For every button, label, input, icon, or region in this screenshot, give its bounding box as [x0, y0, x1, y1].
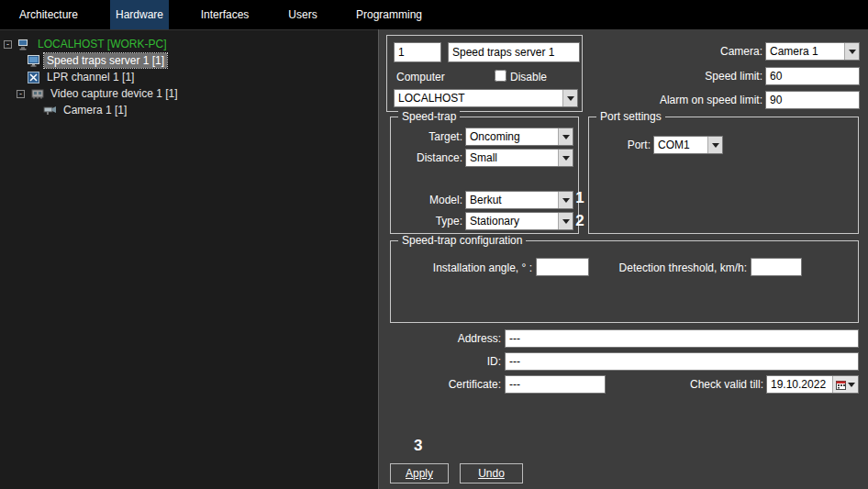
tab-bar: Architecture Hardware Interfaces Users P…	[0, 0, 868, 29]
annotation-marker-3: 3	[414, 437, 422, 455]
tree-row: LPR channel 1 [1]	[26, 69, 137, 85]
speed-trap-configuration-title: Speed-trap configuration	[398, 234, 526, 247]
check-valid-till-label: Check valid till:	[626, 378, 763, 391]
address-input[interactable]	[505, 329, 859, 348]
camera-select[interactable]: Camera 1	[765, 42, 860, 61]
address-label: Address:	[379, 332, 501, 345]
annotation-marker-1: 1	[573, 189, 586, 207]
type-label: Type:	[391, 215, 462, 228]
computer-label: Computer	[396, 71, 445, 83]
speed-trap-group-title: Speed-trap	[398, 110, 460, 123]
app-window: Architecture Hardware Interfaces Users P…	[0, 0, 868, 489]
tab-users[interactable]: Users	[280, 0, 326, 29]
target-label: Target:	[391, 130, 462, 143]
tree-item-camera[interactable]: Camera 1 [1]	[61, 103, 129, 117]
dropdown-arrow-icon	[558, 213, 573, 229]
device-tree: - LOCALHOST [WORK-PC] Speed traps server…	[0, 29, 378, 489]
port-settings-group-title: Port settings	[596, 110, 665, 123]
computer-select-value: LOCALHOST	[395, 90, 562, 106]
detection-threshold-input[interactable]	[751, 258, 802, 276]
check-valid-till-datepicker[interactable]: 19.10.2022	[766, 375, 859, 394]
tree-row: - Video capture device 1 [1]	[17, 85, 181, 102]
calendar-icon	[836, 380, 846, 390]
camera-icon	[42, 104, 58, 117]
port-settings-group: Port settings Port: COM1	[588, 117, 859, 234]
computer-icon	[17, 38, 32, 50]
apply-button[interactable]: Apply	[390, 463, 449, 483]
check-valid-till-value: 19.10.2022	[767, 376, 832, 393]
camera-label: Camera:	[625, 45, 762, 58]
calendar-button[interactable]	[832, 376, 858, 393]
target-select-value: Oncoming	[466, 128, 558, 145]
tree-row: Camera 1 [1]	[42, 102, 129, 118]
tree-row: - LOCALHOST [WORK-PC]	[4, 36, 169, 52]
dropdown-arrow-icon	[707, 137, 722, 153]
tab-hardware[interactable]: Hardware	[110, 0, 169, 29]
model-select-value: Berkut	[466, 192, 558, 208]
collapse-icon[interactable]: -	[17, 90, 25, 98]
tree-item-lpr-channel[interactable]: LPR channel 1 [1]	[44, 70, 137, 84]
computer-select[interactable]: LOCALHOST	[394, 89, 578, 107]
object-id-input[interactable]	[394, 42, 441, 62]
model-select[interactable]: Berkut	[465, 191, 573, 209]
tree-row: Speed traps server 1 [1]	[26, 52, 167, 69]
dropdown-arrow-icon	[562, 90, 577, 106]
server-monitor-icon	[26, 54, 41, 67]
object-name-input[interactable]	[448, 42, 580, 62]
object-header-box: Computer Disable LOCALHOST	[386, 35, 583, 112]
dropdown-arrow-icon	[558, 128, 573, 145]
type-select[interactable]: Stationary	[465, 212, 573, 230]
tab-architecture[interactable]: Architecture	[7, 0, 90, 29]
collapse-icon[interactable]: -	[4, 40, 12, 49]
certificate-input[interactable]	[505, 375, 606, 394]
distance-label: Distance:	[391, 151, 462, 164]
disable-checkbox[interactable]	[495, 70, 506, 82]
speed-limit-input[interactable]	[765, 67, 860, 85]
target-select[interactable]: Oncoming	[465, 128, 573, 146]
distance-select-value: Small	[466, 150, 558, 166]
model-label: Model:	[391, 194, 462, 206]
lpr-channel-icon	[26, 71, 41, 83]
disable-label: Disable	[510, 71, 547, 83]
dropdown-arrow-icon	[848, 383, 855, 387]
type-select-value: Stationary	[466, 213, 558, 229]
tab-programming[interactable]: Programming	[347, 0, 431, 29]
capture-board-icon	[29, 87, 45, 100]
alarm-speed-limit-label: Alarm on speed limit:	[625, 94, 762, 106]
certificate-label: Certificate:	[379, 378, 501, 391]
camera-select-value: Camera 1	[766, 43, 844, 60]
detection-threshold-label: Detection threshold, km/h:	[556, 261, 747, 274]
tree-item-video-capture-device[interactable]: Video capture device 1 [1]	[48, 86, 181, 101]
tree-item-speed-traps-server[interactable]: Speed traps server 1 [1]	[44, 53, 167, 68]
installation-angle-label: Installation angle, ° :	[391, 261, 532, 274]
dropdown-arrow-icon	[558, 150, 573, 166]
tree-item-localhost[interactable]: LOCALHOST [WORK-PC]	[35, 37, 169, 51]
id-label: ID:	[379, 355, 501, 368]
port-select[interactable]: COM1	[653, 136, 723, 154]
port-select-value: COM1	[654, 137, 707, 153]
distance-select[interactable]: Small	[465, 149, 573, 167]
dropdown-arrow-icon	[558, 192, 573, 208]
tab-interfaces[interactable]: Interfaces	[192, 0, 258, 29]
port-label: Port:	[589, 139, 651, 151]
annotation-marker-2: 2	[573, 212, 586, 230]
alarm-speed-limit-input[interactable]	[765, 91, 860, 109]
speed-trap-configuration-group: Speed-trap configuration Installation an…	[390, 240, 859, 323]
settings-panel: Computer Disable LOCALHOST Camera: Camer…	[378, 29, 868, 489]
dropdown-arrow-icon	[844, 43, 859, 60]
speed-trap-group: Speed-trap Target: Oncoming Distance: Sm…	[390, 117, 579, 234]
id-input[interactable]	[505, 352, 859, 371]
undo-button[interactable]: Undo	[460, 463, 523, 483]
speed-limit-label: Speed limit:	[625, 70, 762, 83]
